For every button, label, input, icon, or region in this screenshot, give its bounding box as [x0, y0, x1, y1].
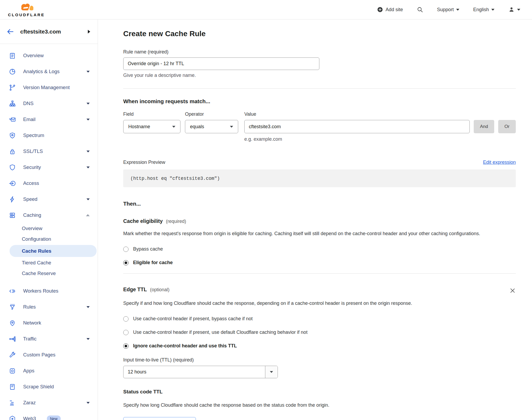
- sidebar-item-workers-routes[interactable]: Workers Routes: [0, 283, 98, 299]
- ttl-select[interactable]: 12 hours: [123, 366, 278, 378]
- site-header: cftestsite3.com: [0, 19, 98, 44]
- chevron-down-icon: [86, 71, 90, 73]
- edge-ttl-heading-row: Edge TTL (optional): [123, 286, 516, 294]
- sidebar-item-security[interactable]: Security: [0, 159, 98, 175]
- edge-ttl-description: Specify if and how long Cloudflare shoul…: [123, 299, 439, 307]
- sidebar-item-analytics-logs[interactable]: Analytics & Logs: [0, 64, 98, 80]
- or-button[interactable]: Or: [498, 120, 516, 133]
- chevron-down-icon: [517, 9, 520, 11]
- code-brackets-icon: [9, 288, 16, 295]
- sidebar: cftestsite3.com Overview Analytics & Log…: [0, 19, 98, 420]
- document-icon: [9, 383, 16, 390]
- zaraz-bars-icon: [9, 399, 16, 406]
- then-heading: Then...: [123, 201, 516, 207]
- back-arrow-icon[interactable]: [6, 28, 14, 36]
- rule-name-helper: Give your rule a descriptive name.: [123, 73, 516, 78]
- envelope-icon: [9, 116, 16, 123]
- sidebar-item-access[interactable]: Access: [0, 175, 98, 191]
- top-bar-actions: Add site Support English: [377, 6, 520, 13]
- optional-tag: (optional): [150, 287, 170, 293]
- sidebar-nav: Overview Analytics & Logs Version Manage…: [0, 44, 98, 420]
- status-code-heading: Status code TTL: [123, 389, 516, 395]
- field-select[interactable]: Hostname: [123, 120, 180, 133]
- radio-selected-icon: [123, 260, 129, 265]
- funnel-icon: [9, 303, 16, 311]
- site-switcher-caret-icon[interactable]: [88, 30, 90, 34]
- language-menu[interactable]: English: [473, 7, 494, 13]
- close-icon[interactable]: [509, 288, 516, 294]
- expression-code: (http.host eq "cftestsite3.com"): [123, 169, 516, 187]
- radio-ignore-header-ttl[interactable]: Ignore cache-control header and use this…: [123, 343, 516, 349]
- page-title: Create new Cache Rule: [123, 30, 516, 38]
- cache-eligibility-heading-row: Cache eligibility (required): [123, 218, 516, 224]
- operator-select[interactable]: equals: [185, 120, 238, 133]
- edit-expression-link[interactable]: Edit expression: [483, 160, 516, 165]
- sidebar-item-ssl-tls[interactable]: SSL/TLS: [0, 143, 98, 159]
- ttl-select-caret-button[interactable]: [265, 366, 278, 378]
- clipboard-icon: [9, 52, 16, 59]
- circle-arrow-icon: [9, 180, 16, 187]
- chevron-down-icon: [86, 402, 90, 404]
- sidebar-item-dns[interactable]: DNS: [0, 95, 98, 111]
- sidebar-item-speed[interactable]: Speed: [0, 191, 98, 207]
- radio-use-header-bypass[interactable]: Use cache-control header if present, byp…: [123, 316, 516, 322]
- hierarchy-icon: [9, 100, 16, 107]
- lightning-icon: [9, 196, 16, 203]
- main-content: Create new Cache Rule Rule name (require…: [98, 19, 532, 420]
- sidebar-subitem-cache-rules-active[interactable]: Cache Rules: [10, 245, 97, 257]
- and-button[interactable]: And: [474, 120, 494, 133]
- chevron-down-icon: [230, 126, 233, 128]
- sidebar-subitem-configuration[interactable]: Configuration: [0, 234, 98, 244]
- radio-eligible-for-cache[interactable]: Eligible for cache: [123, 260, 516, 265]
- branch-icon: [9, 84, 16, 91]
- rule-name-label: Rule name (required): [123, 49, 516, 55]
- support-label: Support: [437, 7, 454, 13]
- search-button[interactable]: [417, 6, 423, 13]
- add-site-label: Add site: [386, 7, 403, 13]
- chevron-down-icon: [491, 9, 494, 11]
- sidebar-item-rules[interactable]: Rules: [0, 299, 98, 315]
- sidebar-item-email[interactable]: Email: [0, 111, 98, 127]
- support-menu[interactable]: Support: [437, 7, 459, 13]
- chevron-down-icon: [86, 306, 90, 308]
- cloudflare-cloud-icon: [18, 2, 35, 13]
- sidebar-subitem-cache-reserve[interactable]: Cache Reserve: [0, 268, 98, 279]
- sidebar-item-zaraz[interactable]: Zaraz: [0, 395, 98, 411]
- add-status-code-button[interactable]: + Add status code setting: [123, 417, 196, 420]
- sidebar-item-web3[interactable]: Web3 New: [0, 411, 98, 420]
- radio-circle-icon: [123, 316, 129, 322]
- sidebar-subitem-caching-overview[interactable]: Overview: [0, 223, 98, 234]
- sidebar-item-spectrum[interactable]: Spectrum: [0, 127, 98, 143]
- cache-eligibility-heading: Cache eligibility: [123, 218, 163, 224]
- shield-icon: [9, 164, 16, 171]
- section-divider: [123, 88, 516, 89]
- sidebar-item-caching[interactable]: Caching: [0, 207, 98, 223]
- radio-circle-icon: [123, 330, 129, 335]
- radio-bypass-cache[interactable]: Bypass cache: [123, 246, 516, 252]
- chevron-down-icon: [86, 167, 90, 168]
- sidebar-item-network[interactable]: Network: [0, 315, 98, 331]
- chevron-down-icon: [86, 119, 90, 120]
- sidebar-item-overview[interactable]: Overview: [0, 48, 98, 64]
- add-circle-icon: [377, 6, 383, 13]
- required-tag: (required): [166, 219, 186, 224]
- sidebar-item-scrape-shield[interactable]: Scrape Shield: [0, 379, 98, 395]
- sidebar-item-apps[interactable]: Apps: [0, 363, 98, 379]
- chevron-down-icon: [270, 371, 273, 373]
- wrench-icon: [9, 351, 16, 359]
- sidebar-subitem-tiered-cache[interactable]: Tiered Cache: [0, 257, 98, 268]
- add-site-button[interactable]: Add site: [377, 6, 403, 13]
- sidebar-item-custom-pages[interactable]: Custom Pages: [0, 347, 98, 363]
- cloudflare-logo[interactable]: CLOUDFLARE: [4, 2, 45, 17]
- value-input[interactable]: [244, 120, 470, 133]
- expression-row: Expression Preview Edit expression: [123, 160, 516, 165]
- radio-circle-icon: [123, 247, 129, 252]
- rule-name-input[interactable]: [123, 57, 319, 70]
- account-menu[interactable]: [508, 6, 520, 13]
- sidebar-item-version-management[interactable]: Version Management: [0, 80, 98, 95]
- sidebar-item-traffic[interactable]: Traffic: [0, 331, 98, 347]
- chevron-down-icon: [86, 198, 90, 200]
- search-icon: [417, 6, 423, 13]
- radio-use-header-default[interactable]: Use cache-control header if present, use…: [123, 330, 516, 335]
- match-row: Field Hostname Operator equals Value And…: [123, 111, 516, 133]
